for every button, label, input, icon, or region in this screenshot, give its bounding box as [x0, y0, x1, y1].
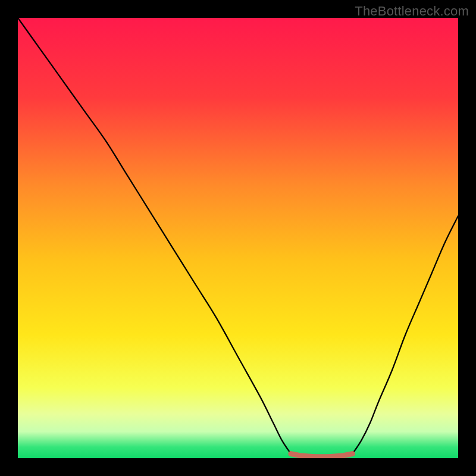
- curve-flat-segment: [291, 454, 353, 457]
- gradient-background: [18, 18, 458, 458]
- watermark-text: TheBottleneck.com: [355, 4, 469, 19]
- chart-frame: TheBottleneck.com: [0, 0, 476, 476]
- bottleneck-chart: [18, 18, 458, 458]
